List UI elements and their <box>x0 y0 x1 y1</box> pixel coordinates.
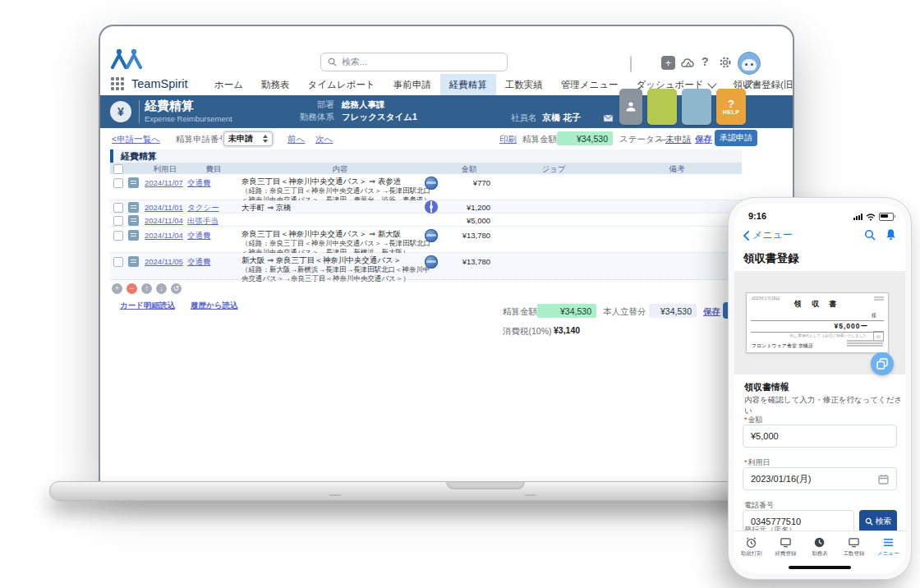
receipt-info-title: 領収書情報 <box>744 381 789 393</box>
chevron-down-icon <box>707 79 716 88</box>
tab-adminmenu[interactable]: 管理メニュー <box>552 74 628 95</box>
summary-total-label: 精算金額 <box>503 306 537 318</box>
submit-approval-button[interactable]: 承認申請 <box>715 130 757 146</box>
tab-timesheet[interactable]: 勤務表 <box>803 531 837 563</box>
table-row: 2024/11/07 交通費 奈良三丁目＜神奈川中央交通バス＞ ⇒ 表参道（経路… <box>110 174 742 200</box>
tab-label: 工数登録 <box>844 550 865 558</box>
monitor-icon <box>848 536 860 549</box>
person-icon <box>624 100 637 113</box>
tab-clock-in[interactable]: 勤怠打刻 <box>734 531 769 563</box>
add-row-button[interactable]: + <box>112 283 122 294</box>
row-category-link[interactable]: 交通費 <box>187 257 211 268</box>
scene: 検索... ★ ▼ + ? TeamSpirit ホーム 勤 <box>0 0 920 588</box>
required-mark: * <box>744 416 748 424</box>
usage-date-input[interactable]: 2023/01/16(月) <box>743 467 897 490</box>
row-date-link[interactable]: 2024/11/04 <box>145 216 183 225</box>
row-content-main: 大手町 ⇒ 京橋 <box>242 203 430 213</box>
divider <box>139 100 140 123</box>
tab-expense[interactable]: 経費精算 <box>440 74 496 95</box>
row-category-link[interactable]: タクシー <box>187 203 219 214</box>
move-up-button[interactable]: ↑ <box>141 283 152 294</box>
row-edit-icon[interactable] <box>128 230 139 241</box>
receipt-note: 但し 飲食代として 上記正に領収いたしました <box>747 333 867 338</box>
row-date-link[interactable]: 2024/11/04 <box>145 231 183 240</box>
row-content-main: 新大阪 ⇒ 奈良三丁目＜神奈川中央交通バス＞ <box>242 255 401 264</box>
row-checkbox[interactable] <box>113 257 123 267</box>
tab-workhours[interactable]: 工数実績 <box>496 74 552 95</box>
row-checkbox[interactable] <box>113 178 123 188</box>
row-edit-icon[interactable] <box>128 215 139 226</box>
status-value-link[interactable]: 未申請 <box>665 134 692 145</box>
profile-tile-button[interactable] <box>619 89 642 125</box>
phone-search-button[interactable]: 検索 <box>859 510 897 533</box>
trailhead-learning-icon[interactable] <box>681 56 696 69</box>
select-all-checkbox[interactable] <box>113 164 123 174</box>
signal-icon <box>853 214 862 220</box>
base-detail <box>525 494 536 496</box>
print-link[interactable]: 印刷 <box>499 134 517 145</box>
tab-prerequest[interactable]: 事前申請 <box>384 74 440 95</box>
user-avatar[interactable] <box>738 52 761 75</box>
history-import-link[interactable]: 履歴から読込 <box>191 301 237 311</box>
search-placeholder: 検索... <box>342 56 367 68</box>
amount-input[interactable]: ¥5,000 <box>743 425 897 448</box>
card-import-link[interactable]: カード明細読込 <box>120 301 175 311</box>
copy-row-button[interactable]: ↺ <box>171 283 182 294</box>
summary-total-value: ¥34,530 <box>537 304 596 318</box>
row-date-link[interactable]: 2024/11/01 <box>145 203 183 212</box>
envelope-icon[interactable] <box>603 114 614 122</box>
next-link[interactable]: 次へ <box>315 134 333 145</box>
row-edit-icon[interactable] <box>128 256 139 267</box>
clock-icon <box>813 536 826 549</box>
section-accent-bar <box>110 149 113 163</box>
tab-timereport[interactable]: タイムレポート <box>299 74 384 95</box>
phone-bell-icon[interactable] <box>886 228 896 241</box>
favorites-star-button[interactable]: ★ ▼ <box>630 56 632 72</box>
back-to-request-list-link[interactable]: <申請一覧へ <box>112 134 160 145</box>
row-category-link[interactable]: 出張手当 <box>187 216 218 227</box>
tax-label: 消費税(10%)： <box>503 326 560 338</box>
table-header-row: 利用日 費目 内容 金額 ジョブ 備考 <box>110 163 742 174</box>
row-category-link[interactable]: 交通費 <box>187 178 211 189</box>
row-date-link[interactable]: 2024/11/05 <box>145 257 183 266</box>
phone-search-icon[interactable] <box>864 229 876 241</box>
move-down-button[interactable]: ↓ <box>156 283 167 294</box>
save-link[interactable]: 保存 <box>695 134 712 145</box>
row-date-link[interactable]: 2024/11/07 <box>145 178 183 187</box>
prev-link[interactable]: 前へ <box>288 134 305 145</box>
tab-timesheet[interactable]: 勤務表 <box>252 74 299 95</box>
help-tile-button[interactable]: ? HELP <box>716 89 746 125</box>
summary-save-link[interactable]: 保存 <box>703 306 720 318</box>
row-checkbox[interactable] <box>113 231 123 241</box>
global-actions-plus-button[interactable]: + <box>661 56 675 70</box>
green-tile-button[interactable] <box>647 89 677 125</box>
help-question-button[interactable]: ? <box>702 55 709 68</box>
tab-home[interactable]: ホーム <box>205 74 252 95</box>
row-amount: ¥5,000 <box>408 216 490 225</box>
request-number-select[interactable]: 未申請 <box>223 131 273 146</box>
receipt-address-block <box>847 340 883 348</box>
remove-row-button[interactable]: − <box>126 283 137 294</box>
blue-tile-button[interactable] <box>682 89 711 125</box>
tab-workhours-entry[interactable]: 工数登録 <box>837 531 872 563</box>
retake-photo-button[interactable] <box>871 352 894 375</box>
row-edit-icon[interactable] <box>128 202 139 213</box>
row-checkbox[interactable] <box>113 203 123 213</box>
row-amount: ¥13,780 <box>408 231 490 240</box>
setup-gear-icon[interactable] <box>718 55 733 70</box>
row-checkbox[interactable] <box>113 216 123 226</box>
tab-expense-entry[interactable]: 経費登録 <box>769 531 803 563</box>
global-search-input[interactable]: 検索... <box>320 53 508 71</box>
star-icon: ★ <box>631 57 632 66</box>
edit-pencil-icon[interactable] <box>743 79 754 90</box>
wifi-icon <box>866 214 876 221</box>
app-launcher-button[interactable] <box>111 77 124 90</box>
search-icon <box>328 57 337 67</box>
tab-menu[interactable]: メニュー <box>871 531 905 563</box>
row-category-link[interactable]: 交通費 <box>187 231 211 241</box>
request-number-label: 精算申請番号 <box>176 134 228 145</box>
table-row: 2024/11/05 交通費 新大阪 ⇒ 奈良三丁目＜神奈川中央交通バス＞（経路… <box>110 253 742 279</box>
row-edit-icon[interactable] <box>128 177 139 188</box>
status-dash: — <box>657 134 666 144</box>
back-to-menu-button[interactable]: メニュー <box>743 228 793 242</box>
